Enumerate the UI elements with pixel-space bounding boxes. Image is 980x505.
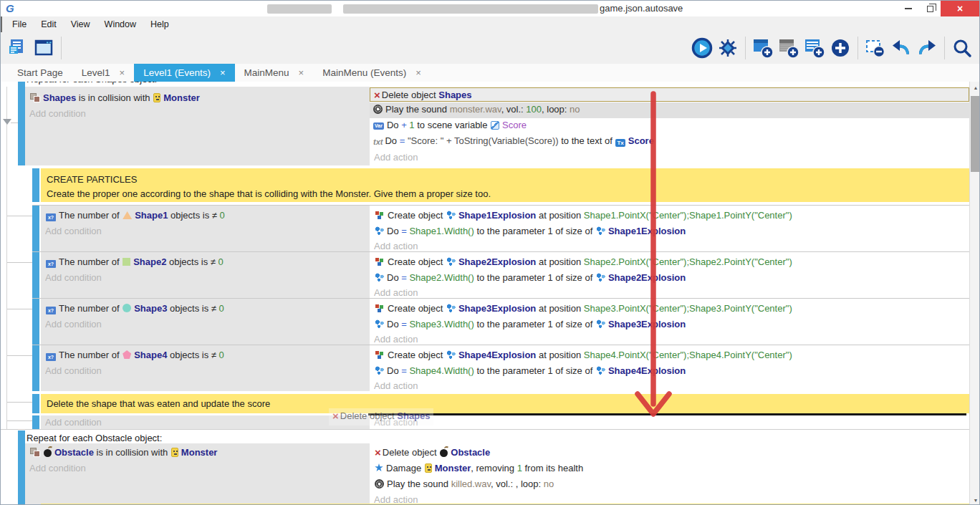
trailing-conditions-cell[interactable]: Add condition bbox=[41, 415, 370, 429]
condition-line[interactable]: x?The number of Shape1 objects is ≠ 0 bbox=[45, 208, 368, 223]
project-manager-icon[interactable] bbox=[6, 36, 30, 60]
vertical-scrollbar[interactable]: ▲ ▼ bbox=[969, 82, 980, 505]
action-line[interactable]: Create object Shape4Explosion at positio… bbox=[374, 348, 968, 362]
event-highlight-bar[interactable] bbox=[32, 299, 39, 345]
tab-level1[interactable]: Level1× bbox=[72, 64, 134, 82]
event1-conditions-cell[interactable]: Shapes is in collision with Monster Add … bbox=[25, 87, 370, 165]
actions-cell[interactable]: Create object Shape4Explosion at positio… bbox=[370, 345, 969, 391]
trailing-actions-cell[interactable]: Add action bbox=[370, 415, 969, 429]
add-condition-link[interactable]: Add condition bbox=[45, 364, 368, 378]
conditions-cell[interactable]: x?The number of Shape2 objects is ≠ 0Add… bbox=[41, 252, 370, 298]
condition-line[interactable]: x?The number of Shape3 objects is ≠ 0 bbox=[45, 302, 368, 316]
condition-line[interactable]: x?The number of Shape2 objects is ≠ 0 bbox=[45, 255, 368, 269]
conditions-cell[interactable]: x?The number of Shape3 objects is ≠ 0Add… bbox=[41, 299, 370, 345]
action-line[interactable]: Damage Monster, removing 1 from its heal… bbox=[374, 461, 968, 476]
tab-close-icon[interactable]: × bbox=[299, 64, 304, 82]
actions-cell[interactable]: Create object Shape3Explosion at positio… bbox=[370, 299, 969, 345]
event2-conditions-cell[interactable]: Obstacle is in collision with Monster Ad… bbox=[25, 443, 370, 505]
debug-icon[interactable] bbox=[716, 36, 740, 60]
menu-help[interactable]: Help bbox=[143, 19, 176, 29]
redo-icon[interactable] bbox=[915, 36, 939, 60]
action-line[interactable]: Create object Shape3Explosion at positio… bbox=[374, 302, 968, 316]
action-row[interactable]: Play the sound monster.wav, vol.: 100, l… bbox=[370, 102, 969, 118]
event2-actions-cell[interactable]: ×Delete object Obstacle Damage Monster, … bbox=[370, 443, 969, 505]
comment-block[interactable]: Delete the shape that was eaten and upda… bbox=[41, 394, 969, 413]
tab-mainmenu[interactable]: MainMenu× bbox=[235, 64, 314, 82]
event-highlight-bar[interactable] bbox=[32, 206, 39, 251]
search-icon[interactable] bbox=[950, 36, 974, 60]
action-line[interactable]: Create object Shape2Explosion at positio… bbox=[374, 255, 968, 269]
action-line[interactable]: ×Delete object Obstacle bbox=[374, 446, 968, 460]
add-event-icon[interactable] bbox=[751, 36, 775, 60]
menu-edit[interactable]: Edit bbox=[34, 19, 64, 29]
menu-window[interactable]: Window bbox=[97, 19, 143, 29]
add-action-link[interactable]: Add action bbox=[374, 415, 968, 430]
tab-close-icon[interactable]: × bbox=[120, 64, 125, 82]
event1-actions-cell[interactable]: Add action ×Delete object ShapesPlay the… bbox=[370, 87, 969, 165]
action-line[interactable]: Play the sound killed.wav, vol.: , loop:… bbox=[374, 477, 968, 491]
tab-close-icon[interactable]: × bbox=[220, 64, 226, 82]
event-highlight-bar[interactable] bbox=[32, 168, 39, 202]
action-row[interactable]: txtDo = "Score: " + ToString(Variable(Sc… bbox=[370, 134, 969, 149]
close-button[interactable]: × bbox=[941, 1, 979, 16]
event-highlight-bar[interactable] bbox=[32, 394, 39, 413]
add-element-icon[interactable] bbox=[828, 36, 852, 60]
tab-level1-events[interactable]: Level1 (Events)× bbox=[134, 64, 234, 82]
menu-view[interactable]: View bbox=[64, 19, 97, 29]
add-action-link[interactable]: Add action bbox=[374, 150, 968, 165]
add-action-link[interactable]: Add action bbox=[374, 379, 968, 393]
condition-line[interactable]: Shapes is in collision with Monster bbox=[29, 91, 368, 105]
conditions-cell[interactable]: x?The number of Shape4 objects is ≠ 0Add… bbox=[41, 345, 370, 391]
add-condition-link[interactable]: Add condition bbox=[45, 417, 102, 428]
tab-start-page[interactable]: Start Page bbox=[8, 64, 72, 82]
damage-icon bbox=[375, 463, 383, 472]
add-subevent-icon[interactable] bbox=[802, 36, 827, 60]
tab-close-icon[interactable]: × bbox=[415, 64, 421, 82]
action-line[interactable]: Do = Shape1.Width() to the parameter 1 o… bbox=[374, 224, 968, 239]
event-highlight-bar[interactable] bbox=[18, 431, 25, 505]
event-highlight-bar[interactable] bbox=[18, 82, 25, 165]
add-condition-link[interactable]: Add condition bbox=[45, 271, 368, 285]
add-condition-link[interactable]: Add condition bbox=[29, 461, 368, 476]
scrollbar-thumb[interactable] bbox=[971, 96, 980, 172]
action-line[interactable]: Do = Shape4.Width() to the parameter 1 o… bbox=[374, 364, 968, 378]
add-condition-link[interactable]: Add condition bbox=[45, 317, 368, 332]
action-line[interactable]: VarDo + 1 to scene variable Score bbox=[373, 118, 968, 133]
redacted-title-text bbox=[343, 4, 598, 14]
add-condition-link[interactable]: Add condition bbox=[45, 224, 368, 239]
action-line[interactable]: Play the sound monster.wav, vol.: 100, l… bbox=[373, 102, 968, 117]
minimize-button[interactable] bbox=[898, 1, 919, 16]
action-line[interactable]: txtDo = "Score: " + ToString(Variable(Sc… bbox=[373, 134, 968, 148]
action-line[interactable]: Do = Shape3.Width() to the parameter 1 o… bbox=[374, 317, 968, 332]
preview-play-icon[interactable] bbox=[690, 36, 714, 60]
scene-properties-icon[interactable] bbox=[32, 36, 56, 60]
variable-icon: Var bbox=[373, 122, 384, 130]
actions-cell[interactable]: Create object Shape1Explosion at positio… bbox=[370, 206, 969, 251]
scroll-up-icon[interactable]: ▲ bbox=[970, 82, 980, 93]
maximize-button[interactable] bbox=[919, 1, 941, 16]
comment-block[interactable]: CREATE PARTICLES Create the proper one a… bbox=[41, 168, 969, 202]
tab-mainmenu-events[interactable]: MainMenu (Events)× bbox=[313, 64, 431, 82]
particle-icon bbox=[375, 226, 384, 235]
action-line[interactable]: ×Delete object Shapes bbox=[373, 88, 967, 102]
menu-file[interactable]: File bbox=[5, 19, 34, 29]
action-line[interactable]: Do = Shape2.Width() to the parameter 1 o… bbox=[374, 271, 968, 285]
scroll-down-icon[interactable]: ▼ bbox=[970, 494, 980, 505]
condition-line[interactable]: Obstacle is in collision with Monster bbox=[29, 446, 368, 460]
actions-cell[interactable]: Create object Shape2Explosion at positio… bbox=[370, 252, 969, 298]
collapse-arrow-icon[interactable] bbox=[3, 119, 11, 125]
add-condition-link[interactable]: Add condition bbox=[29, 107, 368, 121]
undo-icon[interactable] bbox=[889, 36, 913, 60]
add-comment-icon[interactable] bbox=[777, 36, 801, 60]
action-row[interactable]: VarDo + 1 to scene variable Score bbox=[370, 118, 969, 133]
event-highlight-bar[interactable] bbox=[32, 345, 39, 391]
conditions-cell[interactable]: x?The number of Shape1 objects is ≠ 0Add… bbox=[41, 206, 370, 251]
remove-selection-icon[interactable] bbox=[863, 36, 888, 60]
condition-line[interactable]: x?The number of Shape4 objects is ≠ 0 bbox=[45, 348, 368, 362]
event-highlight-bar[interactable] bbox=[32, 415, 39, 429]
action-line[interactable]: Create object Shape1Explosion at positio… bbox=[374, 208, 968, 223]
repeat-event-header[interactable]: Repeat for each Shapes object: bbox=[27, 82, 313, 86]
event-highlight-bar[interactable] bbox=[32, 252, 39, 298]
action-row[interactable]: ×Delete object Shapes bbox=[370, 87, 969, 102]
sound-icon bbox=[375, 479, 384, 489]
